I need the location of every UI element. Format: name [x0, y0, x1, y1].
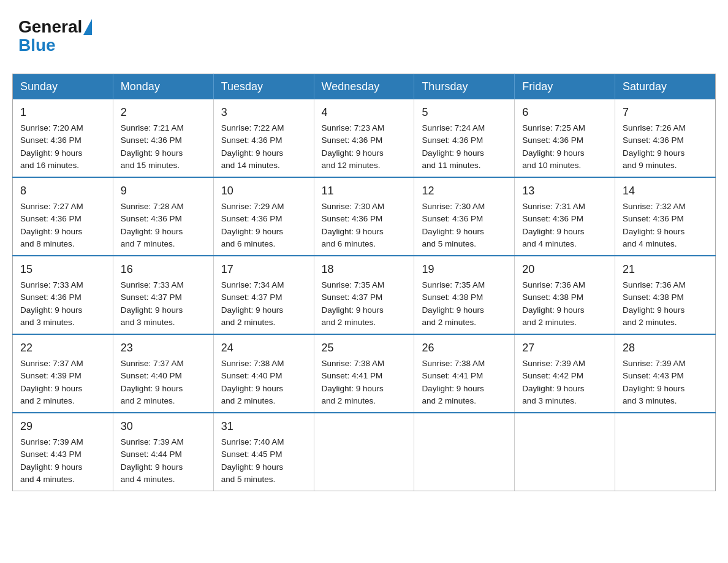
day-number: 24	[221, 340, 306, 356]
day-info: Sunrise: 7:37 AMSunset: 4:40 PMDaylight:…	[121, 359, 184, 405]
day-info: Sunrise: 7:40 AMSunset: 4:45 PMDaylight:…	[221, 437, 284, 484]
day-number: 8	[20, 183, 105, 199]
calendar-cell: 1Sunrise: 7:20 AMSunset: 4:36 PMDaylight…	[13, 99, 113, 177]
day-info: Sunrise: 7:32 AMSunset: 4:36 PMDaylight:…	[623, 202, 686, 248]
day-number: 16	[121, 261, 206, 278]
day-number: 1	[20, 104, 105, 121]
calendar-cell: 31Sunrise: 7:40 AMSunset: 4:45 PMDayligh…	[213, 413, 314, 491]
day-number: 18	[322, 261, 407, 278]
day-info: Sunrise: 7:39 AMSunset: 4:43 PMDaylight:…	[20, 437, 83, 484]
day-number: 12	[422, 183, 507, 199]
day-number: 11	[322, 183, 407, 199]
day-number: 7	[623, 104, 708, 121]
calendar-week-row: 8Sunrise: 7:27 AMSunset: 4:36 PMDaylight…	[13, 177, 716, 256]
calendar-cell: 30Sunrise: 7:39 AMSunset: 4:44 PMDayligh…	[113, 413, 213, 491]
day-of-week-wednesday: Wednesday	[314, 74, 414, 100]
calendar-cell: 24Sunrise: 7:38 AMSunset: 4:40 PMDayligh…	[213, 334, 314, 413]
calendar-cell: 29Sunrise: 7:39 AMSunset: 4:43 PMDayligh…	[13, 413, 113, 491]
calendar-cell: 17Sunrise: 7:34 AMSunset: 4:37 PMDayligh…	[213, 256, 314, 334]
day-of-week-monday: Monday	[113, 74, 213, 100]
calendar-week-row: 22Sunrise: 7:37 AMSunset: 4:39 PMDayligh…	[13, 334, 716, 413]
calendar-cell: 12Sunrise: 7:30 AMSunset: 4:36 PMDayligh…	[414, 177, 515, 256]
day-info: Sunrise: 7:31 AMSunset: 4:36 PMDaylight:…	[522, 202, 585, 248]
day-number: 13	[522, 183, 607, 199]
calendar-cell	[515, 413, 615, 491]
calendar-cell: 3Sunrise: 7:22 AMSunset: 4:36 PMDaylight…	[213, 99, 314, 177]
logo-general-part: General	[18, 18, 82, 36]
calendar-header-row: SundayMondayTuesdayWednesdayThursdayFrid…	[13, 74, 716, 100]
day-info: Sunrise: 7:22 AMSunset: 4:36 PMDaylight:…	[221, 123, 284, 170]
logo-blue-line: Blue	[18, 36, 56, 55]
day-of-week-sunday: Sunday	[13, 74, 113, 100]
calendar-cell: 25Sunrise: 7:38 AMSunset: 4:41 PMDayligh…	[314, 334, 414, 413]
day-info: Sunrise: 7:20 AMSunset: 4:36 PMDaylight:…	[20, 123, 83, 170]
calendar-cell: 4Sunrise: 7:23 AMSunset: 4:36 PMDaylight…	[314, 99, 414, 177]
calendar-cell: 26Sunrise: 7:38 AMSunset: 4:41 PMDayligh…	[414, 334, 515, 413]
logo-blue-part: Blue	[18, 36, 56, 55]
day-number: 29	[20, 418, 105, 435]
calendar-cell: 22Sunrise: 7:37 AMSunset: 4:39 PMDayligh…	[13, 334, 113, 413]
calendar-cell: 2Sunrise: 7:21 AMSunset: 4:36 PMDaylight…	[113, 99, 213, 177]
calendar-week-row: 1Sunrise: 7:20 AMSunset: 4:36 PMDaylight…	[13, 99, 716, 177]
day-info: Sunrise: 7:36 AMSunset: 4:38 PMDaylight:…	[623, 280, 686, 327]
day-info: Sunrise: 7:36 AMSunset: 4:38 PMDaylight:…	[522, 280, 585, 327]
day-info: Sunrise: 7:33 AMSunset: 4:37 PMDaylight:…	[121, 280, 184, 327]
day-number: 20	[522, 261, 607, 278]
day-of-week-friday: Friday	[515, 74, 615, 100]
page-header: General Blue	[12, 12, 716, 61]
calendar-cell: 20Sunrise: 7:36 AMSunset: 4:38 PMDayligh…	[515, 256, 615, 334]
calendar-cell: 7Sunrise: 7:26 AMSunset: 4:36 PMDaylight…	[615, 99, 716, 177]
day-info: Sunrise: 7:38 AMSunset: 4:41 PMDaylight:…	[422, 359, 485, 405]
logo: General Blue	[18, 18, 93, 55]
day-number: 28	[623, 340, 708, 356]
calendar-cell: 19Sunrise: 7:35 AMSunset: 4:38 PMDayligh…	[414, 256, 515, 334]
calendar-cell: 8Sunrise: 7:27 AMSunset: 4:36 PMDaylight…	[13, 177, 113, 256]
day-info: Sunrise: 7:39 AMSunset: 4:43 PMDaylight:…	[623, 359, 686, 405]
day-number: 17	[221, 261, 306, 278]
day-number: 23	[121, 340, 206, 356]
day-number: 6	[522, 104, 607, 121]
day-number: 19	[422, 261, 507, 278]
day-info: Sunrise: 7:38 AMSunset: 4:40 PMDaylight:…	[221, 359, 284, 405]
calendar-week-row: 29Sunrise: 7:39 AMSunset: 4:43 PMDayligh…	[13, 413, 716, 491]
calendar-cell: 15Sunrise: 7:33 AMSunset: 4:36 PMDayligh…	[13, 256, 113, 334]
calendar-cell: 14Sunrise: 7:32 AMSunset: 4:36 PMDayligh…	[615, 177, 716, 256]
day-info: Sunrise: 7:39 AMSunset: 4:42 PMDaylight:…	[522, 359, 585, 405]
day-info: Sunrise: 7:34 AMSunset: 4:37 PMDaylight:…	[221, 280, 284, 327]
day-info: Sunrise: 7:30 AMSunset: 4:36 PMDaylight:…	[422, 202, 485, 248]
day-info: Sunrise: 7:27 AMSunset: 4:36 PMDaylight:…	[20, 202, 83, 248]
calendar-cell: 9Sunrise: 7:28 AMSunset: 4:36 PMDaylight…	[113, 177, 213, 256]
day-number: 15	[20, 261, 105, 278]
calendar-cell	[314, 413, 414, 491]
day-info: Sunrise: 7:30 AMSunset: 4:36 PMDaylight:…	[322, 202, 385, 248]
day-number: 21	[623, 261, 708, 278]
calendar-cell: 10Sunrise: 7:29 AMSunset: 4:36 PMDayligh…	[213, 177, 314, 256]
day-info: Sunrise: 7:26 AMSunset: 4:36 PMDaylight:…	[623, 123, 686, 170]
calendar-week-row: 15Sunrise: 7:33 AMSunset: 4:36 PMDayligh…	[13, 256, 716, 334]
day-number: 10	[221, 183, 306, 199]
day-number: 30	[121, 418, 206, 435]
calendar-cell: 23Sunrise: 7:37 AMSunset: 4:40 PMDayligh…	[113, 334, 213, 413]
day-info: Sunrise: 7:38 AMSunset: 4:41 PMDaylight:…	[322, 359, 385, 405]
day-number: 22	[20, 340, 105, 356]
day-info: Sunrise: 7:35 AMSunset: 4:38 PMDaylight:…	[422, 280, 485, 327]
day-of-week-tuesday: Tuesday	[213, 74, 314, 100]
day-number: 3	[221, 104, 306, 121]
day-info: Sunrise: 7:37 AMSunset: 4:39 PMDaylight:…	[20, 359, 83, 405]
day-info: Sunrise: 7:39 AMSunset: 4:44 PMDaylight:…	[121, 437, 184, 484]
day-number: 2	[121, 104, 206, 121]
calendar-cell: 27Sunrise: 7:39 AMSunset: 4:42 PMDayligh…	[515, 334, 615, 413]
day-info: Sunrise: 7:35 AMSunset: 4:37 PMDaylight:…	[322, 280, 385, 327]
day-info: Sunrise: 7:23 AMSunset: 4:36 PMDaylight:…	[322, 123, 385, 170]
day-info: Sunrise: 7:24 AMSunset: 4:36 PMDaylight:…	[422, 123, 485, 170]
day-number: 14	[623, 183, 708, 199]
day-number: 26	[422, 340, 507, 356]
day-number: 27	[522, 340, 607, 356]
day-info: Sunrise: 7:21 AMSunset: 4:36 PMDaylight:…	[121, 123, 184, 170]
day-number: 25	[322, 340, 407, 356]
day-number: 9	[121, 183, 206, 199]
day-info: Sunrise: 7:25 AMSunset: 4:36 PMDaylight:…	[522, 123, 585, 170]
calendar-cell: 21Sunrise: 7:36 AMSunset: 4:38 PMDayligh…	[615, 256, 716, 334]
calendar-cell: 16Sunrise: 7:33 AMSunset: 4:37 PMDayligh…	[113, 256, 213, 334]
calendar-cell: 28Sunrise: 7:39 AMSunset: 4:43 PMDayligh…	[615, 334, 716, 413]
